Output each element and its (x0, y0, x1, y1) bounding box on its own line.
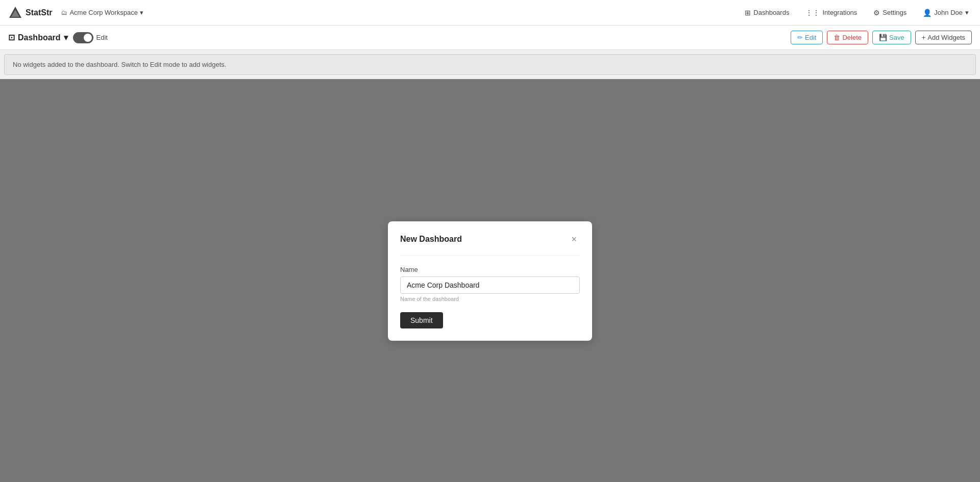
add-widgets-label: Add Widgets (927, 34, 965, 41)
statstr-logo-icon (8, 6, 22, 20)
settings-icon: ⚙ (873, 9, 880, 17)
save-icon: 💾 (879, 34, 887, 41)
logo[interactable]: StatStr (8, 6, 52, 20)
dashboards-icon: ⊞ (745, 9, 751, 17)
add-widgets-icon: + (922, 34, 926, 41)
user-label: John Doe (934, 9, 963, 16)
delete-label: Delete (842, 34, 862, 41)
info-banner-text: No widgets added to the dashboard. Switc… (13, 61, 226, 68)
modal-title: New Dashboard (400, 235, 462, 244)
edit-button[interactable]: ✏ Edit (791, 31, 823, 44)
modal-overlay: New Dashboard × Name Name of the dashboa… (0, 79, 980, 482)
dashboard-title-icon: ⊡ (8, 33, 15, 42)
logo-text: StatStr (26, 8, 52, 17)
delete-button[interactable]: 🗑 Delete (827, 31, 868, 44)
integrations-label: Integrations (822, 9, 857, 16)
subnav-left: ⊡ Dashboard ▾ Edit (8, 32, 108, 43)
modal-name-hint: Name of the dashboard (400, 296, 580, 302)
nav-integrations[interactable]: ⋮⋮ Integrations (802, 7, 860, 19)
workspace-selector[interactable]: 🗂 Acme Corp Workspace ▾ (58, 7, 146, 18)
nav-dashboards[interactable]: ⊞ Dashboards (742, 7, 792, 19)
edit-icon: ✏ (797, 34, 803, 41)
top-navigation: StatStr 🗂 Acme Corp Workspace ▾ ⊞ Dashbo… (0, 0, 980, 26)
info-banner: No widgets added to the dashboard. Switc… (4, 54, 976, 75)
modal-name-label: Name (400, 266, 580, 273)
modal-submit-label: Submit (410, 316, 433, 324)
delete-icon: 🗑 (834, 34, 840, 41)
workspace-icon: 🗂 (61, 9, 67, 16)
dashboards-label: Dashboards (753, 9, 789, 16)
settings-label: Settings (883, 9, 906, 16)
modal-name-input[interactable] (400, 276, 580, 294)
nav-user[interactable]: 👤 John Doe ▾ (920, 7, 972, 19)
modal-header: New Dashboard × (400, 234, 580, 245)
edit-toggle-group: Edit (73, 32, 108, 43)
add-widgets-button[interactable]: + Add Widgets (915, 31, 972, 44)
edit-toggle[interactable] (73, 32, 93, 43)
dashboard-title-text: Dashboard (18, 33, 61, 42)
modal-submit-button[interactable]: Submit (400, 312, 443, 328)
nav-settings[interactable]: ⚙ Settings (870, 7, 910, 19)
main-content: New Dashboard × Name Name of the dashboa… (0, 79, 980, 482)
modal-divider (400, 255, 580, 256)
dashboard-title[interactable]: ⊡ Dashboard ▾ (8, 33, 68, 42)
new-dashboard-modal: New Dashboard × Name Name of the dashboa… (388, 221, 592, 341)
user-icon: 👤 (923, 9, 932, 17)
dashboard-dropdown-icon: ▾ (64, 33, 68, 42)
user-dropdown-icon: ▾ (965, 9, 969, 16)
workspace-dropdown-icon: ▾ (140, 9, 143, 16)
topnav-left: StatStr 🗂 Acme Corp Workspace ▾ (8, 6, 146, 20)
workspace-label: Acme Corp Workspace (69, 9, 137, 16)
integrations-icon: ⋮⋮ (805, 9, 820, 17)
edit-label: Edit (805, 34, 816, 41)
edit-toggle-label: Edit (96, 34, 108, 41)
save-button[interactable]: 💾 Save (872, 31, 911, 44)
topnav-right: ⊞ Dashboards ⋮⋮ Integrations ⚙ Settings … (742, 7, 972, 19)
sub-navigation: ⊡ Dashboard ▾ Edit ✏ Edit 🗑 Delete 💾 Sav… (0, 26, 980, 50)
save-label: Save (889, 34, 904, 41)
modal-close-button[interactable]: × (568, 234, 580, 245)
subnav-right: ✏ Edit 🗑 Delete 💾 Save + Add Widgets (791, 31, 972, 44)
